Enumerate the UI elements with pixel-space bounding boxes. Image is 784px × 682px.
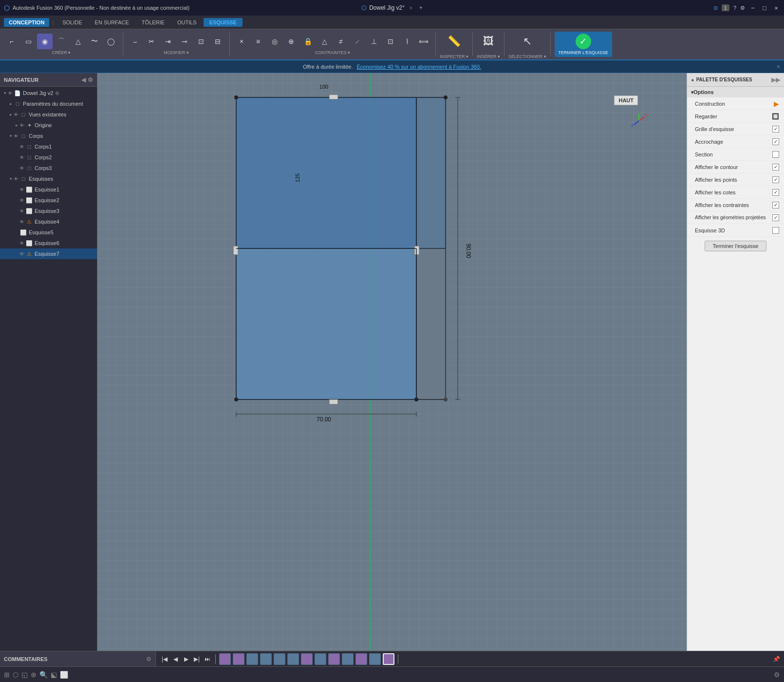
smooth-tool[interactable]: ⌇ <box>399 34 415 49</box>
eye-icon-corps2[interactable]: 👁 <box>19 155 24 160</box>
grid-status-icon[interactable]: ⊞ <box>4 671 10 679</box>
minimize-btn[interactable]: − <box>749 4 757 12</box>
palette-options-section[interactable]: Options <box>687 87 784 97</box>
timeline-item-4[interactable] <box>260 653 272 665</box>
maximize-btn[interactable]: □ <box>761 4 768 12</box>
eye-icon-e1[interactable]: 👁 <box>19 187 24 192</box>
line-tool[interactable]: ⌐ <box>4 34 19 49</box>
timeline-start-btn[interactable]: |◀ <box>160 654 169 664</box>
select-tool[interactable]: ↖ <box>516 30 539 53</box>
settings-icon-nav[interactable]: ⚙ <box>55 91 59 96</box>
grille-checkbox[interactable] <box>772 126 779 133</box>
measure-status-icon[interactable]: 🔍 <box>39 671 48 679</box>
timeline-item-9[interactable] <box>328 653 340 665</box>
finish-sketch-btn[interactable]: ✓ TERMINER L'ESQUISSE <box>555 32 612 57</box>
nav-item-esquisses[interactable]: ▾ 👁 □ Esquisses <box>0 173 97 184</box>
timeline-prev-btn[interactable]: ◀ <box>170 654 180 664</box>
inserer-label[interactable]: INSÉRER ▾ <box>477 54 500 59</box>
palette-row-regarder[interactable]: Regarder 🔲 <box>687 110 784 123</box>
notif-link[interactable]: Économisez 40 % sur un abonnement à Fusi… <box>356 64 481 70</box>
model-status-icon[interactable]: ⬜ <box>60 671 68 679</box>
comments-settings-icon[interactable]: ⚙ <box>146 656 151 663</box>
nav-item-esquisse2[interactable]: 👁 ⬜ Esquisse2 <box>0 195 97 206</box>
layer-status-icon[interactable]: ⬕ <box>51 671 57 679</box>
concentric-tool[interactable]: ◎ <box>267 34 282 49</box>
tab-tolerie[interactable]: TÔLERIE <box>136 18 170 27</box>
eye-icon-corps1[interactable]: 👁 <box>19 144 24 150</box>
nav-prev-icon[interactable]: ◀ <box>81 76 86 83</box>
offset-tool[interactable]: ⊡ <box>193 34 209 49</box>
nav-item-esquisse4[interactable]: 👁 ⚠ Esquisse4 <box>0 216 97 227</box>
timeline-item-6[interactable] <box>287 653 299 665</box>
timeline-item-13[interactable] <box>383 653 394 665</box>
palette-row-contour[interactable]: Afficher le contour <box>687 161 784 173</box>
notif-close-btn[interactable]: × <box>777 63 780 70</box>
nav-item-origine[interactable]: ▸ 👁 ✦ Origine <box>0 120 97 131</box>
palette-expand-icon[interactable]: ▶▶ <box>771 76 780 83</box>
points-checkbox[interactable] <box>772 176 779 183</box>
nav-item-esquisse5[interactable]: ⬜ Esquisse5 <box>0 227 97 238</box>
accrochage-checkbox[interactable] <box>772 138 779 145</box>
midpoint-tool[interactable]: ⊕ <box>283 34 299 49</box>
zoom-status-icon[interactable]: ⊕ <box>31 671 37 679</box>
nav-item-params[interactable]: ▸ □ Paramètres du document <box>0 98 97 109</box>
timeline-item-10[interactable] <box>342 653 354 665</box>
nav-settings-icon[interactable]: ⚙ <box>88 76 93 83</box>
geoproj-checkbox[interactable] <box>772 214 779 221</box>
fix-tool[interactable]: 🔒 <box>300 34 316 49</box>
tab-solide[interactable]: SOLIDE <box>56 18 88 27</box>
parallel-tool[interactable]: ⟋ <box>350 34 365 49</box>
palette-row-construction[interactable]: Construction ▶ <box>687 97 784 110</box>
eye-icon-origine[interactable]: 👁 <box>19 123 24 128</box>
nav-item-esquisse3[interactable]: 👁 ⬜ Esquisse3 <box>0 206 97 216</box>
nav-item-vues[interactable]: ▸ 👁 □ Vues existantes <box>0 109 97 120</box>
eye-icon-root[interactable]: 👁 <box>8 91 13 96</box>
break-tool[interactable]: ⊸ <box>177 34 192 49</box>
timeline-item-11[interactable] <box>355 653 367 665</box>
timeline-item-7[interactable] <box>301 653 313 665</box>
timeline-play-btn[interactable]: ▶ <box>181 654 191 664</box>
eye-icon-corps[interactable]: 👁 <box>14 133 19 139</box>
timeline-item-8[interactable] <box>315 653 326 665</box>
palette-row-points[interactable]: Afficher les points <box>687 173 784 186</box>
selectionner-label[interactable]: SÉLECTIONNER ▾ <box>508 54 546 59</box>
ellipse-tool[interactable]: ◯ <box>103 34 119 49</box>
timeline-item-3[interactable] <box>246 653 258 665</box>
eye-icon-e6[interactable]: 👁 <box>19 241 24 246</box>
palette-row-accrochage[interactable]: Accrochage <box>687 135 784 148</box>
nav-item-esquisse1[interactable]: 👁 ⬜ Esquisse1 <box>0 184 97 195</box>
nav-item-corps[interactable]: ▾ 👁 □ Corps <box>0 131 97 141</box>
timeline-panel[interactable]: |◀ ◀ ▶ ▶| ⏭ 📌 <box>156 651 784 666</box>
eye-icon-esquisses[interactable]: 👁 <box>14 176 19 182</box>
timeline-item-5[interactable] <box>274 653 285 665</box>
polygon-tool[interactable]: △ <box>70 34 86 49</box>
help-btn[interactable]: ? <box>733 5 736 11</box>
rect-tool[interactable]: ▭ <box>20 34 36 49</box>
close-btn[interactable]: × <box>772 4 780 12</box>
nav-item-root[interactable]: ▾ 👁 📄 Dowel Jig v2 ⚙ <box>0 88 97 98</box>
spline-tool[interactable]: 〜 <box>87 34 102 49</box>
contraintes-label[interactable]: CONTRAINTES ▾ <box>315 50 350 55</box>
new-tab-btn[interactable]: + <box>419 4 423 11</box>
timeline-item-12[interactable] <box>369 653 381 665</box>
inspecter-label[interactable]: INSPECTER ▾ <box>440 54 468 59</box>
perpendicular-tool[interactable]: ⊥ <box>366 34 382 49</box>
arc-tool[interactable]: ⌒ <box>54 34 69 49</box>
palette-row-grille[interactable]: Grille d'esquisse <box>687 123 784 135</box>
esquisse3d-checkbox[interactable] <box>772 227 779 234</box>
contraintes-checkbox[interactable] <box>772 202 779 208</box>
nav-item-corps3[interactable]: 👁 □ Corps3 <box>0 163 97 173</box>
nav-item-corps1[interactable]: 👁 □ Corps1 <box>0 141 97 152</box>
modifier-label[interactable]: MODIFIER ▾ <box>164 50 189 55</box>
conception-btn[interactable]: CONCEPTION <box>4 18 49 27</box>
nav-item-esquisse7[interactable]: 👁 ⚠ Esquisse7 <box>0 248 97 259</box>
circle-tool[interactable]: ◉ <box>37 34 53 49</box>
insert-image-tool[interactable]: 🖼 <box>477 30 500 53</box>
palette-row-esquisse3d[interactable]: Esquisse 3D <box>687 224 784 237</box>
timeline-end-btn[interactable]: ⏭ <box>203 654 212 664</box>
tab-esquisse[interactable]: ESQUISSE <box>204 18 243 27</box>
account-icon[interactable]: ⊙ <box>713 5 718 11</box>
nav-item-esquisse6[interactable]: 👁 ⬜ Esquisse6 <box>0 238 97 248</box>
notifications-btn[interactable]: 1 <box>722 4 729 11</box>
section-checkbox[interactable] <box>772 151 779 158</box>
